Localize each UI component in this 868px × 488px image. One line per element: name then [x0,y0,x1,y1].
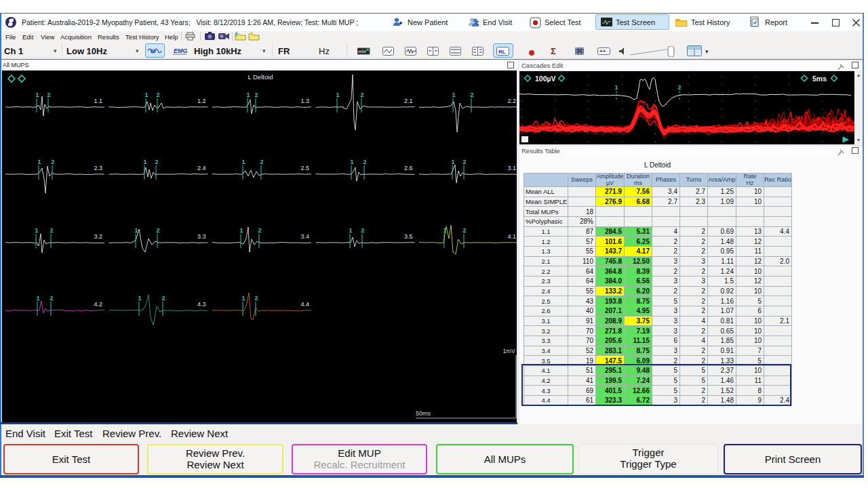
svg-text:2.3: 2.3 [94,165,102,171]
svg-text:1: 1 [35,92,39,98]
svg-text:EMG: EMG [174,47,187,54]
svg-text:2: 2 [51,159,54,165]
svg-text:2: 2 [470,92,473,98]
svg-text:4.2: 4.2 [94,301,102,308]
svg-text:100µV: 100µV [535,75,556,83]
svg-text:2: 2 [258,227,261,234]
svg-text:2: 2 [156,227,159,234]
svg-text:2: 2 [161,295,165,302]
svg-text:2: 2 [254,92,258,98]
svg-text:2.6: 2.6 [404,165,413,171]
svg-text:2: 2 [360,92,363,98]
svg-text:2: 2 [254,295,258,302]
svg-text:2: 2 [361,227,364,234]
svg-text:1: 1 [241,159,245,165]
svg-text:5ms: 5ms [812,75,827,83]
svg-text:1: 1 [350,159,353,165]
svg-text:2: 2 [462,227,466,234]
svg-text:1.1: 1.1 [94,98,102,104]
svg-text:1: 1 [134,227,138,234]
svg-text:++: ++ [599,48,606,54]
svg-text:1: 1 [443,227,446,234]
svg-text:RL: RL [498,49,506,55]
svg-text:1mV: 1mV [502,348,515,354]
svg-text:3.1: 3.1 [507,165,516,171]
svg-text:2.4: 2.4 [197,165,206,171]
svg-text:3.4: 3.4 [300,233,309,240]
svg-text:2.2: 2.2 [507,98,516,104]
svg-text:2: 2 [677,84,681,91]
svg-text:2.1: 2.1 [404,98,413,104]
svg-text:2: 2 [155,159,158,165]
svg-text:1: 1 [144,92,148,98]
svg-text:2: 2 [50,295,53,302]
svg-text:4.1: 4.1 [507,233,516,240]
svg-text:1: 1 [336,92,339,98]
svg-text:3.2: 3.2 [94,233,102,240]
svg-text:1: 1 [239,227,243,234]
svg-text:L Deltoid: L Deltoid [248,73,273,81]
svg-text:2.5: 2.5 [300,165,309,171]
svg-text:1: 1 [241,295,245,302]
svg-text:1: 1 [35,227,38,234]
svg-text:1: 1 [143,159,146,165]
svg-text:1: 1 [451,159,454,165]
svg-text:1.2: 1.2 [197,98,206,104]
svg-text:1.3: 1.3 [300,98,309,104]
svg-text:4.3: 4.3 [197,301,206,308]
svg-text:50: 50 [151,49,156,54]
svg-text:1: 1 [37,159,41,165]
svg-text:2: 2 [156,92,159,98]
svg-text:4.4: 4.4 [300,301,309,308]
svg-text:1: 1 [36,295,39,302]
svg-text:3.3: 3.3 [197,233,206,240]
svg-text:1: 1 [246,92,250,98]
svg-text:2: 2 [260,159,263,165]
svg-text:2: 2 [363,159,366,165]
svg-text:3.5: 3.5 [404,233,413,240]
svg-text:1: 1 [614,84,618,91]
svg-text:1: 1 [452,92,455,98]
svg-text:50ms: 50ms [416,410,431,417]
svg-text:2: 2 [50,227,53,234]
svg-text:1: 1 [349,227,352,234]
svg-text:1: 1 [138,295,141,302]
svg-text:2: 2 [462,159,466,165]
svg-text:2: 2 [47,92,50,98]
